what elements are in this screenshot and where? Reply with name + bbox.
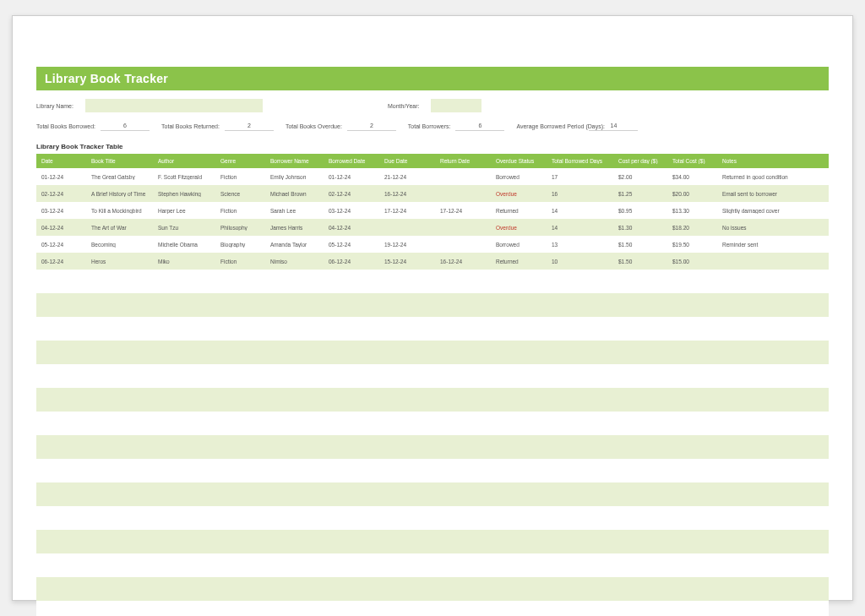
stat-value: 2 xyxy=(347,121,396,131)
month-year-field[interactable] xyxy=(431,99,481,112)
cell-due-date: 21-12-24 xyxy=(384,174,437,180)
cell-borrowed-days: 16 xyxy=(552,191,615,197)
table-row-empty[interactable] xyxy=(36,388,829,412)
col-header-genre: Genre xyxy=(220,158,267,164)
cell-date: 04-12-24 xyxy=(41,225,88,231)
col-header-borrowed-days: Total Borrowed Days xyxy=(552,158,615,164)
table-row[interactable]: 03-12-24To Kill a MockingbirdHarper LeeF… xyxy=(36,202,829,219)
cell-title: The Art of War xyxy=(91,225,155,231)
table-row[interactable]: 04-12-24The Art of WarSun TzuPhilosophyJ… xyxy=(36,219,829,236)
stat-total-borrowers: Total Borrowers: 6 xyxy=(408,121,505,131)
col-header-author: Author xyxy=(158,158,217,164)
cell-cost-per-day: $1.50 xyxy=(618,259,669,264)
table-row-empty[interactable] xyxy=(36,482,829,506)
cell-borrower: Amanda Taylor xyxy=(270,242,325,248)
cell-title: To Kill a Mockingbird xyxy=(91,208,155,214)
col-header-title: Book Title xyxy=(91,158,155,164)
cell-borrower: Michael Brown xyxy=(270,191,325,197)
table-row-empty[interactable] xyxy=(36,341,829,364)
table-row-empty[interactable] xyxy=(36,364,829,388)
table-row-empty[interactable] xyxy=(36,293,829,317)
cell-notes: Slightly damaged cover xyxy=(722,208,824,214)
tracker-table: Date Book Title Author Genre Borrower Na… xyxy=(36,154,829,616)
cell-status: Returned xyxy=(496,259,548,264)
table-row[interactable]: 02-12-24A Brief History of TimeStephen H… xyxy=(36,185,829,202)
cell-author: F. Scott Fitzgerald xyxy=(158,174,217,180)
table-row-empty[interactable] xyxy=(36,459,829,482)
cell-cost-per-day: $1.50 xyxy=(618,242,669,248)
stat-total-returned: Total Books Returned: 2 xyxy=(161,121,274,131)
table-row-empty[interactable] xyxy=(36,553,829,577)
cell-borrowed-days: 17 xyxy=(552,174,615,180)
cell-author: Sun Tzu xyxy=(158,225,217,231)
library-name-field[interactable] xyxy=(85,99,263,112)
cell-borrowed-date: 03-12-24 xyxy=(329,208,381,214)
stat-value: 6 xyxy=(455,121,504,131)
cell-author: Miko xyxy=(158,259,217,264)
cell-total-cost: $34.00 xyxy=(672,174,719,180)
table-row-empty[interactable] xyxy=(36,317,829,341)
col-header-cost-per-day: Cost per day ($) xyxy=(618,158,669,164)
table-row-empty[interactable] xyxy=(36,506,829,530)
table-row-empty[interactable] xyxy=(36,435,829,459)
cell-genre: Fiction xyxy=(220,208,267,214)
cell-total-cost: $15.00 xyxy=(672,259,719,264)
cell-genre: Fiction xyxy=(220,259,267,264)
cell-genre: Biography xyxy=(220,242,267,248)
cell-date: 01-12-24 xyxy=(41,174,88,180)
cell-cost-per-day: $1.25 xyxy=(618,191,669,197)
table-row-empty[interactable] xyxy=(36,577,829,601)
cell-borrower: Sarah Lee xyxy=(270,208,325,214)
cell-borrowed-days: 14 xyxy=(552,225,615,231)
table-row[interactable]: 01-12-24The Great GatsbyF. Scott Fitzger… xyxy=(36,168,829,185)
cell-borrower: Emily Johnson xyxy=(270,174,325,180)
cell-total-cost: $18.20 xyxy=(672,225,719,231)
cell-return-date: 17-12-24 xyxy=(440,208,492,214)
table-row-empty[interactable] xyxy=(36,601,829,616)
col-header-status: Overdue Status xyxy=(496,158,548,164)
table-row-empty[interactable] xyxy=(36,270,829,293)
table-row[interactable]: 05-12-24BecomingMichelle ObamaBiographyA… xyxy=(36,236,829,253)
cell-notes: Email sent to borrower xyxy=(722,191,824,197)
cell-date: 05-12-24 xyxy=(41,242,88,248)
cell-borrower: James Harris xyxy=(270,225,325,231)
stat-label: Total Books Overdue: xyxy=(286,123,342,129)
cell-author: Harper Lee xyxy=(158,208,217,214)
cell-due-date: 15-12-24 xyxy=(384,259,437,264)
col-header-return-date: Return Date xyxy=(440,158,492,164)
cell-borrowed-date: 01-12-24 xyxy=(329,174,381,180)
col-header-date: Date xyxy=(41,158,88,164)
page-container: Library Book Tracker Library Name: Month… xyxy=(0,0,865,616)
table-row-empty[interactable] xyxy=(36,530,829,553)
cell-total-cost: $19.50 xyxy=(672,242,719,248)
stat-label: Total Books Borrowed: xyxy=(36,123,95,129)
stat-avg-period: Average Borrowed Period (Days): 14 xyxy=(516,121,638,131)
cell-title: The Great Gatsby xyxy=(91,174,155,180)
cell-author: Stephen Hawking xyxy=(158,191,217,197)
cell-notes: Returned in good condition xyxy=(722,174,824,180)
cell-cost-per-day: $0.95 xyxy=(618,208,669,214)
info-row: Library Name: Month/Year: xyxy=(36,99,829,112)
stat-label: Average Borrowed Period (Days): xyxy=(516,123,584,129)
table-header-row: Date Book Title Author Genre Borrower Na… xyxy=(36,154,829,168)
cell-total-cost: $20.00 xyxy=(672,191,719,197)
col-header-borrower: Borrower Name xyxy=(270,158,325,164)
stat-value: 6 xyxy=(101,121,150,131)
stat-label: Total Books Returned: xyxy=(161,123,220,129)
col-header-borrowed-date: Borrowed Date xyxy=(329,158,381,164)
cell-date: 03-12-24 xyxy=(41,208,88,214)
cell-status: Returned xyxy=(496,208,548,214)
cell-cost-per-day: $1.30 xyxy=(618,225,669,231)
cell-due-date: 17-12-24 xyxy=(384,208,437,214)
cell-cost-per-day: $2.00 xyxy=(618,174,669,180)
library-name-label: Library Name: xyxy=(36,103,73,109)
document-page: Library Book Tracker Library Name: Month… xyxy=(12,15,853,601)
cell-borrowed-date: 02-12-24 xyxy=(329,191,381,197)
table-row[interactable]: 06-12-24HerosMikoFictionNimiso06-12-2415… xyxy=(36,253,829,270)
cell-status: Overdue xyxy=(496,225,548,231)
cell-borrowed-date: 05-12-24 xyxy=(329,242,381,248)
cell-borrowed-date: 04-12-24 xyxy=(329,225,381,231)
cell-author: Michelle Obama xyxy=(158,242,217,248)
table-row-empty[interactable] xyxy=(36,412,829,435)
cell-date: 06-12-24 xyxy=(41,259,88,264)
